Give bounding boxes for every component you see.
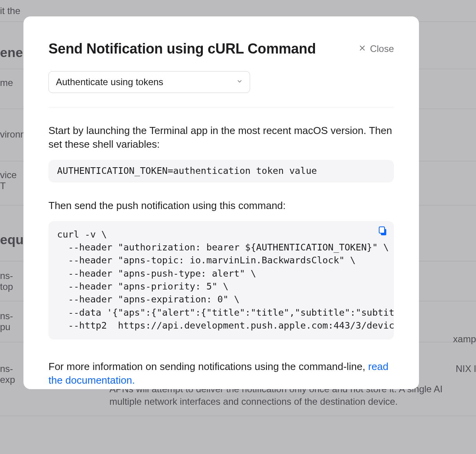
intro-text: Start by launching the Terminal app in t…	[48, 124, 394, 151]
code-block-curl: curl -v \ --header "authorization: beare…	[48, 221, 394, 340]
footer-text: For more information on sending notifica…	[48, 360, 394, 387]
close-button[interactable]: Close	[358, 43, 394, 54]
divider	[48, 107, 394, 107]
auth-select[interactable]	[48, 71, 250, 93]
modal-header: Send Notification using cURL Command Clo…	[48, 41, 394, 57]
svg-rect-1	[379, 227, 385, 233]
close-icon	[358, 43, 366, 54]
curl-code-text: curl -v \ --header "authorization: beare…	[57, 229, 394, 331]
code-block-auth-token: AUTHENTICATION_TOKEN=authentication toke…	[48, 160, 394, 182]
close-label: Close	[370, 43, 394, 54]
then-text: Then send the push notification using th…	[48, 199, 394, 213]
footer-text-body: For more information on sending notifica…	[48, 361, 368, 372]
curl-modal: Send Notification using cURL Command Clo…	[23, 16, 419, 389]
modal-title: Send Notification using cURL Command	[48, 41, 316, 57]
copy-icon[interactable]	[377, 225, 388, 240]
auth-select-wrap	[48, 71, 250, 93]
